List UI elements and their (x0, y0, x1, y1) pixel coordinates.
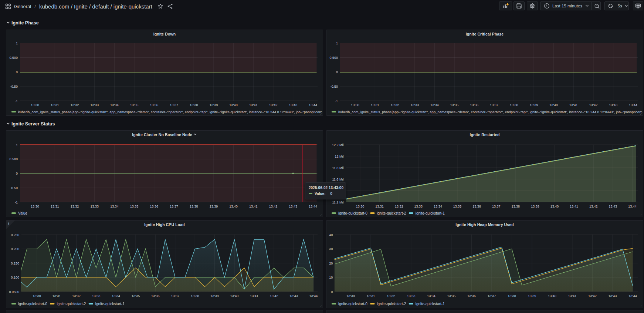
svg-text:ignite-quickstart-1: ignite-quickstart-1 (416, 211, 445, 215)
svg-text:13:36: 13:36 (467, 294, 476, 298)
svg-text:13:32: 13:32 (72, 294, 81, 298)
svg-text:ignite-quickstart-1: ignite-quickstart-1 (416, 302, 445, 306)
svg-text:13:32: 13:32 (387, 294, 395, 298)
svg-text:11.8 Mil: 11.8 Mil (332, 166, 344, 170)
svg-text:ignite-quickstart-2: ignite-quickstart-2 (57, 302, 86, 306)
svg-text:13:40: 13:40 (230, 294, 239, 298)
svg-text:13:32: 13:32 (71, 205, 79, 208)
svg-text:13:31: 13:31 (52, 294, 61, 298)
svg-text:0: 0 (16, 70, 18, 74)
svg-text:10: 10 (329, 276, 333, 279)
svg-text:13:33: 13:33 (92, 294, 101, 298)
svg-text:13:44: 13:44 (309, 294, 318, 298)
svg-text:13:36: 13:36 (150, 103, 159, 107)
svg-text:13:32: 13:32 (391, 103, 399, 107)
svg-text:13:37: 13:37 (490, 103, 498, 107)
svg-text:ignite-quickstart-1: ignite-quickstart-1 (95, 302, 125, 306)
svg-text:13:31: 13:31 (375, 205, 384, 208)
svg-text:13:44: 13:44 (309, 205, 317, 208)
svg-text:0.150: 0.150 (11, 262, 19, 265)
svg-text:13:36: 13:36 (151, 294, 160, 298)
svg-text:1: 1 (336, 41, 338, 45)
svg-text:0: 0 (331, 290, 333, 294)
svg-text:13:44: 13:44 (629, 103, 637, 107)
svg-text:13:35: 13:35 (132, 294, 140, 298)
svg-text:13:41: 13:41 (569, 103, 578, 107)
svg-text:13:30: 13:30 (346, 294, 355, 298)
svg-text:13:40: 13:40 (229, 205, 238, 208)
svg-text:13:37: 13:37 (488, 294, 496, 298)
svg-text:0.500: 0.500 (329, 56, 338, 60)
svg-text:0.100: 0.100 (11, 276, 19, 279)
svg-text:13:37: 13:37 (171, 294, 180, 298)
svg-text:13:36: 13:36 (472, 205, 481, 208)
svg-text:13:44: 13:44 (628, 294, 637, 298)
svg-text:13:42: 13:42 (270, 294, 278, 298)
svg-text:ignite-quickstart-2: ignite-quickstart-2 (377, 211, 406, 215)
svg-text:13:38: 13:38 (508, 294, 516, 298)
svg-text:13:43: 13:43 (609, 205, 617, 208)
svg-text:13:40: 13:40 (229, 103, 238, 107)
svg-text:13:30: 13:30 (33, 294, 41, 298)
svg-text:-0.50: -0.50 (10, 186, 18, 190)
svg-text:13:39: 13:39 (530, 103, 538, 107)
svg-text:ignite-quickstart-2: ignite-quickstart-2 (377, 302, 406, 306)
svg-text:13:40: 13:40 (549, 103, 558, 107)
svg-text:ignite-quickstart-0: ignite-quickstart-0 (338, 211, 367, 215)
svg-text:13:33: 13:33 (410, 103, 419, 107)
svg-text:13:30: 13:30 (31, 103, 39, 107)
svg-text:13:34: 13:34 (110, 205, 119, 208)
svg-text:13:33: 13:33 (90, 103, 99, 107)
svg-text:0.500: 0.500 (9, 157, 18, 161)
svg-text:12 Mil: 12 Mil (335, 155, 343, 158)
svg-text:13:41: 13:41 (570, 205, 578, 208)
svg-text:13:41: 13:41 (568, 294, 577, 298)
svg-text:13:42: 13:42 (269, 103, 278, 107)
svg-text:13:43: 13:43 (289, 103, 297, 107)
svg-text:0.500: 0.500 (9, 56, 18, 60)
svg-text:13:31: 13:31 (51, 103, 59, 107)
svg-text:13:32: 13:32 (395, 205, 403, 208)
svg-text:13:44: 13:44 (628, 205, 637, 208)
svg-text:13:35: 13:35 (450, 103, 459, 107)
svg-text:13:37: 13:37 (492, 205, 501, 208)
svg-text:13:38: 13:38 (191, 294, 199, 298)
svg-text:-0.50: -0.50 (10, 85, 18, 88)
svg-text:13:37: 13:37 (170, 205, 178, 208)
svg-text:13:38: 13:38 (510, 103, 518, 107)
svg-text:13:44: 13:44 (309, 103, 317, 107)
svg-text:13:39: 13:39 (210, 294, 219, 298)
svg-text:13:41: 13:41 (249, 205, 258, 208)
svg-text:13:30: 13:30 (31, 205, 39, 208)
svg-text:-1: -1 (15, 99, 18, 103)
svg-text:40: 40 (329, 233, 333, 237)
svg-text:-0.50: -0.50 (330, 85, 338, 88)
svg-text:13:31: 13:31 (367, 294, 375, 298)
svg-text:13:39: 13:39 (210, 205, 218, 208)
svg-text:1: 1 (16, 143, 18, 147)
svg-text:13:31: 13:31 (371, 103, 379, 107)
svg-text:13:34: 13:34 (427, 294, 435, 298)
svg-text:-1: -1 (15, 201, 18, 204)
svg-text:13:43: 13:43 (609, 294, 617, 298)
svg-text:13:30: 13:30 (351, 103, 359, 107)
svg-text:ignite-quickstart-0: ignite-quickstart-0 (18, 302, 47, 306)
svg-text:0.0500: 0.0500 (9, 290, 19, 294)
svg-text:12.2 Mil: 12.2 Mil (332, 143, 344, 147)
svg-text:11.6 Mil: 11.6 Mil (332, 178, 344, 181)
svg-text:13:38: 13:38 (190, 205, 198, 208)
svg-text:13:33: 13:33 (90, 205, 99, 208)
svg-text:13:36: 13:36 (150, 205, 159, 208)
svg-text:13:36: 13:36 (470, 103, 479, 107)
svg-text:13:41: 13:41 (249, 103, 258, 107)
svg-text:13:35: 13:35 (130, 103, 139, 107)
svg-text:13:34: 13:34 (112, 294, 120, 298)
svg-text:13:31: 13:31 (51, 205, 59, 208)
svg-text:ignite-quickstart-0: ignite-quickstart-0 (338, 302, 367, 306)
svg-text:13:34: 13:34 (430, 103, 439, 107)
svg-text:13:35: 13:35 (130, 205, 139, 208)
svg-text:13:32: 13:32 (71, 103, 79, 107)
svg-text:13:30: 13:30 (356, 205, 365, 208)
svg-text:13:35: 13:35 (453, 205, 462, 208)
svg-text:0: 0 (16, 172, 18, 175)
